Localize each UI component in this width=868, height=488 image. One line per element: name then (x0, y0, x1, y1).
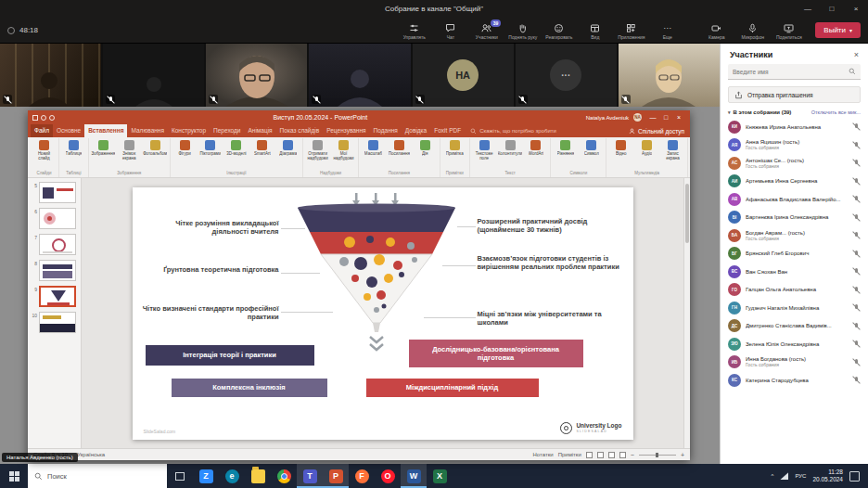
participant-row[interactable]: АЯ Анна Яцишин (гость)Гость собрания (724, 136, 864, 155)
more-button[interactable]: ··· Еще (650, 21, 684, 40)
zoom-slider-knob[interactable] (656, 453, 658, 457)
participant-row[interactable]: АС Антонішак Се... (гость)Гость собрания (724, 154, 864, 173)
start-button[interactable] (0, 464, 28, 488)
ribbon-button[interactable]: Фігури (172, 138, 198, 156)
participant-row[interactable]: АИ Артемьева Инна Сергеевна (724, 173, 864, 191)
maximize-button[interactable]: □ (820, 0, 844, 18)
ribbon-button[interactable]: Аудіо (634, 138, 659, 156)
slideshow-view-icon[interactable] (619, 452, 626, 458)
video-tile[interactable] (103, 44, 204, 107)
participant-row[interactable]: КИ Княжева Ирина Анатольевна (724, 118, 864, 136)
camera-button[interactable]: Камера (699, 21, 734, 40)
taskbar-app-edge[interactable]: e (219, 464, 245, 488)
participant-row[interactable]: ГО Галцан Ольга Анатольевна (724, 281, 864, 300)
ppt-maximize-button[interactable]: □ (659, 114, 672, 121)
share-invite-button[interactable]: Отправка приглашения (728, 86, 861, 103)
ribbon-button[interactable]: Колонтитули (498, 138, 523, 156)
ppt-tab-foxit[interactable]: Foxit PDF (430, 124, 465, 137)
taskbar-app-powerpoint[interactable]: P (323, 464, 349, 488)
zoom-in-button[interactable]: + (681, 452, 684, 458)
ribbon-button[interactable]: Новий слайд (32, 138, 57, 161)
participants-search-input[interactable] (733, 69, 835, 75)
taskbar-search[interactable]: Поиск (28, 464, 167, 488)
ppt-tab-help[interactable]: Довідка (402, 124, 430, 137)
ribbon-button[interactable]: Текстове поле (472, 138, 497, 161)
ppt-tab-animations[interactable]: Анімація (244, 124, 275, 137)
ppt-tab-home[interactable]: Основне (53, 124, 84, 137)
comments-toggle[interactable]: Примітки (558, 452, 581, 457)
participant-row[interactable]: ИБ Инна Богданова (гость)Гость собрания (724, 353, 864, 372)
mute-all-link[interactable]: Отключить все мик... (811, 109, 861, 115)
slide-thumbnail-selected[interactable]: 9 (31, 286, 78, 307)
ribbon-button[interactable]: Примітка (442, 138, 467, 156)
redo-icon[interactable] (49, 115, 55, 121)
ribbon-button[interactable]: WordArt (524, 138, 549, 156)
participant-row[interactable]: КС Катерина Стародубцева (724, 371, 864, 390)
video-tile[interactable]: НА (413, 44, 514, 107)
network-icon[interactable] (780, 472, 788, 480)
minimize-button[interactable]: — (796, 0, 820, 18)
ribbon-button[interactable]: Посилання (387, 138, 412, 156)
clock[interactable]: 11:28 20.05.2024 (812, 469, 843, 483)
save-icon[interactable] (32, 115, 38, 121)
ppt-close-button[interactable]: × (672, 114, 685, 121)
share-screen-button[interactable]: Поделиться (772, 21, 806, 40)
ppt-tab-design[interactable]: Конструктор (168, 124, 210, 137)
slide-thumbnail[interactable]: 6 (31, 208, 78, 229)
leave-button[interactable]: Выйти ▾ (815, 22, 861, 38)
scrollbar-thumb[interactable] (685, 184, 689, 243)
taskbar-app-word[interactable]: W (401, 464, 427, 488)
video-tile[interactable] (619, 44, 720, 107)
close-panel-button[interactable]: × (854, 50, 859, 59)
raise-hand-button[interactable]: Поднять руку (505, 21, 540, 40)
participant-row[interactable]: БІ Бартенєва Ірина Олександрівна (724, 209, 864, 227)
slide-thumbnail[interactable]: 8 (31, 260, 78, 281)
taskbar-app-firefox[interactable]: F (349, 464, 375, 488)
ribbon-button[interactable]: Запис екрана (660, 138, 685, 161)
ribbon-button[interactable]: SmartArt (249, 138, 274, 156)
ribbon-button[interactable]: Піктограми (198, 138, 223, 156)
ribbon-button[interactable]: Рівняння (553, 138, 578, 156)
apps-button[interactable]: Приложения (614, 21, 648, 40)
slide-thumbnail[interactable]: 10 (31, 312, 78, 333)
manage-button[interactable]: Управлять (397, 21, 431, 40)
reading-view-icon[interactable] (608, 452, 615, 458)
ribbon-button[interactable]: Діаграма (275, 138, 300, 156)
ribbon-button[interactable]: Відео (608, 138, 633, 156)
ribbon-button[interactable]: Дія (413, 138, 438, 156)
ribbon-button[interactable]: 3D-моделі (223, 138, 249, 156)
normal-view-icon[interactable] (586, 452, 593, 458)
video-tile[interactable] (206, 44, 307, 107)
ppt-vertical-scrollbar[interactable] (683, 178, 690, 448)
microphone-button[interactable]: Микрофон (735, 21, 770, 40)
ppt-tab-file[interactable]: Файл (31, 124, 53, 137)
language-status[interactable]: Українська (77, 452, 105, 457)
ppt-tab-review[interactable]: Рецензування (323, 124, 369, 137)
taskbar-app-folder[interactable] (245, 464, 271, 488)
in-meeting-section[interactable]: ▾ В этом собрании (39) (728, 109, 791, 115)
notifications-icon[interactable] (849, 471, 860, 482)
ppt-tab-view[interactable]: Подання (370, 124, 402, 137)
ppt-tab-draw[interactable]: Малювання (127, 124, 167, 137)
participants-search[interactable] (728, 64, 861, 80)
taskbar-app-teams[interactable]: T (297, 464, 323, 488)
participant-row[interactable]: БА Богдан Аврам... (гость)Гость собрания (724, 226, 864, 245)
ppt-tab-transitions[interactable]: Переходи (210, 124, 244, 137)
participants-button[interactable]: 39 Участники (469, 21, 504, 40)
tell-me-box[interactable]: Скажіть, що потрібно зробити (470, 124, 556, 137)
taskbar-app-chrome[interactable] (271, 464, 297, 488)
video-tile[interactable] (309, 44, 410, 107)
ppt-share-button[interactable]: Спільний доступ (629, 124, 687, 137)
ribbon-button[interactable]: Масштаб (361, 138, 386, 156)
video-tile[interactable]: ··· (516, 44, 617, 107)
zoom-slider[interactable] (639, 455, 676, 456)
video-tile[interactable] (0, 44, 101, 107)
language-indicator[interactable]: РУС (795, 473, 806, 479)
zoom-out-button[interactable]: − (631, 452, 634, 458)
slide-canvas[interactable]: Чітке розуміння викладацької діяльності … (133, 187, 633, 440)
slide-sorter-view-icon[interactable] (597, 452, 604, 458)
ribbon-button[interactable]: Мої надбудови (331, 138, 356, 161)
ribbon-button[interactable]: Зображення (91, 138, 116, 156)
chat-button[interactable]: Чат (433, 21, 467, 40)
ribbon-button[interactable]: Фотоальбом (143, 138, 168, 156)
